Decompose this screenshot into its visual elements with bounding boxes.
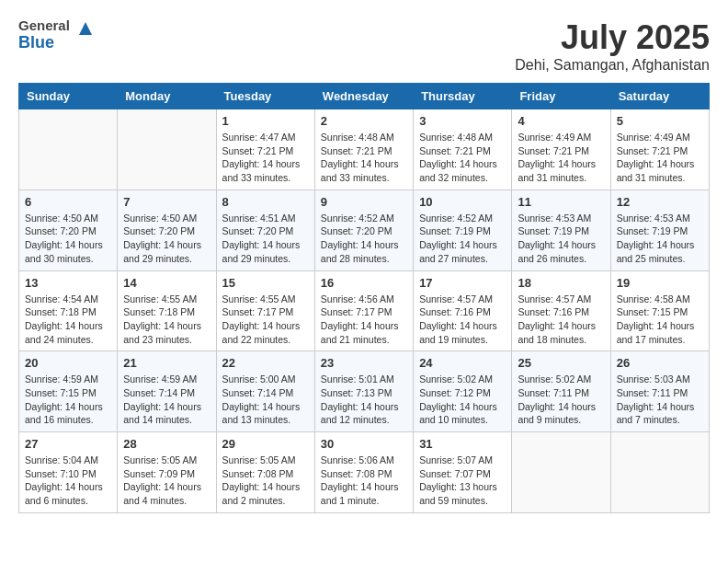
calendar-day-header: Saturday [610, 84, 709, 109]
day-detail: Sunrise: 5:05 AM Sunset: 7:09 PM Dayligh… [123, 454, 210, 508]
day-number: 5 [617, 114, 703, 128]
page-header: General Blue July 2025 Dehi, Samangan, A… [18, 18, 710, 74]
calendar-day-cell: 15Sunrise: 4:55 AM Sunset: 7:17 PM Dayli… [216, 270, 314, 351]
day-detail: Sunrise: 5:05 AM Sunset: 7:08 PM Dayligh… [222, 454, 309, 508]
day-number: 23 [321, 356, 407, 370]
calendar-table: SundayMondayTuesdayWednesdayThursdayFrid… [18, 83, 710, 513]
calendar-day-cell: 26Sunrise: 5:03 AM Sunset: 7:11 PM Dayli… [610, 351, 709, 432]
day-number: 1 [222, 114, 309, 128]
day-detail: Sunrise: 4:50 AM Sunset: 7:20 PM Dayligh… [25, 212, 111, 266]
calendar-day-cell: 22Sunrise: 5:00 AM Sunset: 7:14 PM Dayli… [216, 351, 314, 432]
day-number: 27 [25, 437, 111, 451]
calendar-day-cell: 16Sunrise: 4:56 AM Sunset: 7:17 PM Dayli… [314, 270, 413, 351]
logo-icon [75, 18, 96, 39]
calendar-header-row: SundayMondayTuesdayWednesdayThursdayFrid… [19, 84, 710, 109]
day-number: 19 [617, 276, 703, 290]
day-detail: Sunrise: 4:51 AM Sunset: 7:20 PM Dayligh… [222, 212, 309, 266]
calendar-day-cell: 17Sunrise: 4:57 AM Sunset: 7:16 PM Dayli… [414, 270, 512, 351]
calendar-week-row: 27Sunrise: 5:04 AM Sunset: 7:10 PM Dayli… [19, 432, 710, 513]
calendar-day-cell: 21Sunrise: 4:59 AM Sunset: 7:14 PM Dayli… [118, 351, 216, 432]
day-number: 10 [419, 195, 506, 209]
day-number: 25 [518, 356, 604, 370]
calendar-week-row: 20Sunrise: 4:59 AM Sunset: 7:15 PM Dayli… [19, 351, 710, 432]
day-number: 11 [518, 195, 604, 209]
page-subtitle: Dehi, Samangan, Afghanistan [515, 57, 710, 74]
day-number: 13 [25, 276, 111, 290]
day-number: 9 [321, 195, 407, 209]
day-number: 2 [321, 114, 407, 128]
day-detail: Sunrise: 4:48 AM Sunset: 7:21 PM Dayligh… [321, 131, 407, 185]
calendar-day-header: Sunday [19, 84, 118, 109]
day-number: 28 [123, 437, 210, 451]
calendar-day-cell: 11Sunrise: 4:53 AM Sunset: 7:19 PM Dayli… [512, 190, 610, 270]
day-number: 6 [25, 195, 111, 209]
day-detail: Sunrise: 5:02 AM Sunset: 7:12 PM Dayligh… [419, 373, 506, 427]
day-detail: Sunrise: 4:47 AM Sunset: 7:21 PM Dayligh… [222, 131, 309, 185]
day-detail: Sunrise: 4:52 AM Sunset: 7:20 PM Dayligh… [321, 212, 407, 266]
calendar-day-cell: 19Sunrise: 4:58 AM Sunset: 7:15 PM Dayli… [610, 270, 709, 351]
day-detail: Sunrise: 4:55 AM Sunset: 7:18 PM Dayligh… [123, 293, 210, 347]
day-detail: Sunrise: 4:58 AM Sunset: 7:15 PM Dayligh… [617, 293, 703, 347]
calendar-day-cell: 20Sunrise: 4:59 AM Sunset: 7:15 PM Dayli… [19, 351, 118, 432]
calendar-day-header: Monday [118, 84, 216, 109]
calendar-week-row: 6Sunrise: 4:50 AM Sunset: 7:20 PM Daylig… [19, 190, 710, 270]
svg-marker-0 [79, 22, 92, 35]
day-detail: Sunrise: 5:04 AM Sunset: 7:10 PM Dayligh… [25, 454, 111, 508]
calendar-day-cell: 29Sunrise: 5:05 AM Sunset: 7:08 PM Dayli… [216, 432, 314, 513]
calendar-day-cell: 7Sunrise: 4:50 AM Sunset: 7:20 PM Daylig… [118, 190, 216, 270]
title-area: July 2025 Dehi, Samangan, Afghanistan [515, 18, 710, 74]
calendar-day-cell: 28Sunrise: 5:05 AM Sunset: 7:09 PM Dayli… [118, 432, 216, 513]
calendar-day-cell [118, 109, 216, 190]
day-detail: Sunrise: 5:01 AM Sunset: 7:13 PM Dayligh… [321, 373, 407, 427]
calendar-day-cell: 13Sunrise: 4:54 AM Sunset: 7:18 PM Dayli… [19, 270, 118, 351]
calendar-day-cell: 18Sunrise: 4:57 AM Sunset: 7:16 PM Dayli… [512, 270, 610, 351]
day-number: 21 [123, 356, 210, 370]
day-detail: Sunrise: 5:03 AM Sunset: 7:11 PM Dayligh… [617, 373, 703, 427]
calendar-day-cell: 24Sunrise: 5:02 AM Sunset: 7:12 PM Dayli… [414, 351, 512, 432]
day-detail: Sunrise: 4:49 AM Sunset: 7:21 PM Dayligh… [617, 131, 703, 185]
calendar-day-cell: 31Sunrise: 5:07 AM Sunset: 7:07 PM Dayli… [414, 432, 512, 513]
logo-line1: General [18, 18, 70, 34]
calendar-day-cell: 9Sunrise: 4:52 AM Sunset: 7:20 PM Daylig… [314, 190, 413, 270]
calendar-day-cell: 2Sunrise: 4:48 AM Sunset: 7:21 PM Daylig… [314, 109, 413, 190]
calendar-day-cell [19, 109, 118, 190]
day-number: 29 [222, 437, 309, 451]
day-number: 4 [518, 114, 604, 128]
day-detail: Sunrise: 5:06 AM Sunset: 7:08 PM Dayligh… [321, 454, 407, 508]
day-number: 30 [321, 437, 407, 451]
calendar-day-cell: 30Sunrise: 5:06 AM Sunset: 7:08 PM Dayli… [314, 432, 413, 513]
calendar-day-cell: 27Sunrise: 5:04 AM Sunset: 7:10 PM Dayli… [19, 432, 118, 513]
calendar-day-cell: 4Sunrise: 4:49 AM Sunset: 7:21 PM Daylig… [512, 109, 610, 190]
calendar-day-cell: 3Sunrise: 4:48 AM Sunset: 7:21 PM Daylig… [414, 109, 512, 190]
day-number: 12 [617, 195, 703, 209]
day-detail: Sunrise: 4:55 AM Sunset: 7:17 PM Dayligh… [222, 293, 309, 347]
calendar-day-header: Thursday [414, 84, 512, 109]
calendar-day-header: Tuesday [216, 84, 314, 109]
day-detail: Sunrise: 4:50 AM Sunset: 7:20 PM Dayligh… [123, 212, 210, 266]
calendar-day-cell [610, 432, 709, 513]
day-number: 15 [222, 276, 309, 290]
calendar-day-cell: 25Sunrise: 5:02 AM Sunset: 7:11 PM Dayli… [512, 351, 610, 432]
day-detail: Sunrise: 4:53 AM Sunset: 7:19 PM Dayligh… [617, 212, 703, 266]
calendar-day-cell: 6Sunrise: 4:50 AM Sunset: 7:20 PM Daylig… [19, 190, 118, 270]
logo-line2: Blue [18, 34, 70, 52]
day-detail: Sunrise: 4:57 AM Sunset: 7:16 PM Dayligh… [518, 293, 604, 347]
day-detail: Sunrise: 4:56 AM Sunset: 7:17 PM Dayligh… [321, 293, 407, 347]
calendar-day-cell: 14Sunrise: 4:55 AM Sunset: 7:18 PM Dayli… [118, 270, 216, 351]
calendar-day-header: Wednesday [314, 84, 413, 109]
day-number: 8 [222, 195, 309, 209]
day-number: 26 [617, 356, 703, 370]
day-detail: Sunrise: 4:57 AM Sunset: 7:16 PM Dayligh… [419, 293, 506, 347]
page-title: July 2025 [515, 18, 710, 57]
calendar-day-cell: 10Sunrise: 4:52 AM Sunset: 7:19 PM Dayli… [414, 190, 512, 270]
logo-text: General Blue [18, 18, 70, 52]
day-detail: Sunrise: 4:59 AM Sunset: 7:14 PM Dayligh… [123, 373, 210, 427]
day-detail: Sunrise: 4:59 AM Sunset: 7:15 PM Dayligh… [25, 373, 111, 427]
day-detail: Sunrise: 5:00 AM Sunset: 7:14 PM Dayligh… [222, 373, 309, 427]
calendar-day-cell: 12Sunrise: 4:53 AM Sunset: 7:19 PM Dayli… [610, 190, 709, 270]
day-number: 22 [222, 356, 309, 370]
day-number: 17 [419, 276, 506, 290]
day-number: 7 [123, 195, 210, 209]
calendar-day-cell: 23Sunrise: 5:01 AM Sunset: 7:13 PM Dayli… [314, 351, 413, 432]
calendar-day-cell: 1Sunrise: 4:47 AM Sunset: 7:21 PM Daylig… [216, 109, 314, 190]
